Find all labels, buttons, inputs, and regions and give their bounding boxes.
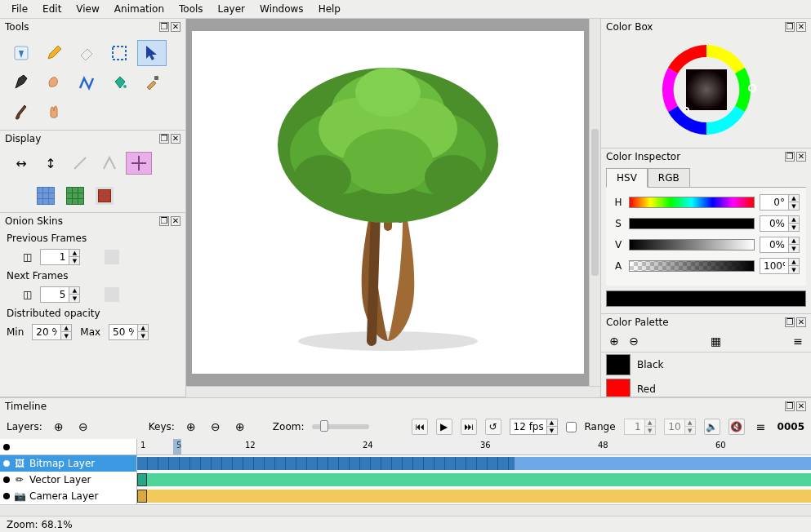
remove-color-button[interactable]: ⊖ [626, 333, 642, 349]
visibility-toggle[interactable] [3, 477, 10, 483]
smudge-tool[interactable] [39, 69, 69, 95]
sat-spinner[interactable]: ▲▼ [760, 215, 800, 232]
range-start-spinner[interactable]: ▲▼ [624, 419, 656, 435]
alpha-spinner[interactable]: ▲▼ [760, 258, 800, 274]
track-vector[interactable] [137, 472, 811, 488]
val-spinner[interactable]: ▲▼ [760, 237, 800, 253]
menu-windows[interactable]: Windows [253, 2, 310, 16]
canvas[interactable] [192, 31, 584, 374]
max-opacity-spinner[interactable]: ▲▼ [109, 324, 149, 340]
close-icon[interactable]: ✕ [796, 152, 806, 162]
timeline-zoom-slider[interactable] [312, 424, 369, 429]
menu-view[interactable]: View [69, 2, 105, 16]
add-key-button[interactable]: ⊕ [183, 419, 199, 435]
canvas-viewport[interactable] [186, 19, 589, 386]
add-layer-button[interactable]: ⊕ [51, 419, 67, 435]
next-color-swatch[interactable] [105, 287, 119, 302]
close-icon[interactable]: ✕ [171, 134, 180, 144]
menu-help[interactable]: Help [312, 2, 347, 16]
hand-tool[interactable] [39, 99, 69, 125]
layer-row-camera[interactable]: 📷 Camera Layer [0, 488, 136, 504]
track-area[interactable]: 1 5 12 24 36 48 60 [137, 439, 811, 504]
polyline-tool[interactable] [72, 69, 101, 95]
pencil-tool[interactable] [39, 40, 69, 66]
visibility-toggle[interactable] [3, 460, 10, 467]
grid-green-button[interactable] [62, 184, 88, 207]
palette-grid-icon[interactable]: ▦ [708, 333, 724, 349]
clear-tool[interactable] [7, 40, 36, 66]
next-frames-spinner[interactable]: ▲▼ [40, 286, 80, 303]
palette-item[interactable]: Black [601, 352, 811, 377]
hue-ring-marker[interactable] [748, 84, 756, 92]
palette-item[interactable]: Red [601, 377, 811, 397]
play-button[interactable]: ▶ [436, 419, 452, 435]
add-color-button[interactable]: ⊕ [606, 333, 622, 349]
menu-file[interactable]: File [5, 2, 34, 16]
safe-frame-button[interactable] [91, 184, 118, 207]
grid-blue-button[interactable] [33, 184, 59, 207]
tab-rgb[interactable]: RGB [648, 168, 690, 188]
detach-icon[interactable]: ❐ [785, 401, 795, 411]
menu-tools[interactable]: Tools [172, 2, 210, 16]
prev-frames-spinner[interactable]: ▲▼ [40, 249, 80, 265]
close-icon[interactable]: ✕ [796, 317, 806, 327]
color-wheel[interactable] [658, 42, 755, 138]
detach-icon[interactable]: ❐ [785, 317, 795, 327]
line-angle-button[interactable] [96, 152, 123, 175]
move-tool[interactable] [137, 40, 167, 66]
bucket-tool[interactable] [105, 69, 134, 95]
flip-horizontal-button[interactable]: ↔ [8, 152, 34, 175]
layer-row-bitmap[interactable]: 🖼 Bitmap Layer [0, 455, 136, 472]
timeline-ruler[interactable]: 1 5 12 24 36 48 60 [137, 439, 811, 455]
sound-button[interactable]: 🔈 [704, 419, 720, 435]
pen-tool[interactable] [7, 69, 36, 95]
val-slider[interactable] [629, 239, 755, 250]
crosshair-button[interactable] [126, 152, 152, 175]
palette-menu-icon[interactable]: ≡ [790, 333, 806, 349]
detach-icon[interactable]: ❐ [159, 22, 169, 32]
timeline-horizontal-scrollbar[interactable] [0, 504, 811, 516]
visibility-toggle[interactable] [3, 493, 10, 499]
hue-slider[interactable] [629, 197, 755, 208]
canvas-vertical-scrollbar[interactable] [589, 19, 600, 386]
play-start-button[interactable]: ⏮ [412, 419, 428, 435]
hue-spinner[interactable]: ▲▼ [760, 194, 800, 211]
duplicate-key-button[interactable]: ⊕ [232, 419, 248, 435]
menu-edit[interactable]: Edit [36, 2, 68, 16]
keyframe[interactable] [137, 473, 147, 486]
close-icon[interactable]: ✕ [171, 22, 180, 32]
close-icon[interactable]: ✕ [171, 216, 180, 226]
alpha-slider[interactable] [629, 260, 755, 272]
detach-icon[interactable]: ❐ [785, 152, 795, 162]
flip-vertical-button[interactable]: ↕ [38, 152, 64, 175]
eyedropper-tool[interactable] [137, 69, 167, 95]
playhead[interactable] [173, 439, 181, 454]
close-icon[interactable]: ✕ [796, 401, 806, 411]
layer-row-vector[interactable]: ✏ Vector Layer [0, 472, 136, 488]
detach-icon[interactable]: ❐ [159, 216, 169, 226]
prev-color-swatch[interactable] [105, 250, 119, 264]
sv-marker[interactable] [683, 107, 689, 113]
timeline-menu-icon[interactable]: ≡ [753, 419, 769, 435]
loop-button[interactable]: ↺ [485, 419, 501, 435]
range-checkbox[interactable] [566, 422, 577, 432]
min-opacity-spinner[interactable]: ▲▼ [32, 324, 72, 340]
menu-layer[interactable]: Layer [212, 2, 252, 16]
menu-animation[interactable]: Animation [108, 2, 171, 16]
onion-next-icon[interactable]: ◫ [23, 289, 32, 300]
onion-prev-icon[interactable]: ◫ [23, 251, 32, 263]
tab-hsv[interactable]: HSV [606, 168, 648, 188]
eraser-tool[interactable] [72, 40, 101, 66]
sat-slider[interactable] [629, 218, 755, 229]
close-icon[interactable]: ✕ [796, 22, 806, 32]
line-thin-button[interactable] [67, 152, 93, 175]
keyframe[interactable] [137, 490, 147, 503]
mute-button[interactable]: 🔇 [729, 419, 745, 435]
remove-layer-button[interactable]: ⊖ [75, 419, 91, 435]
play-end-button[interactable]: ⏭ [461, 419, 477, 435]
fps-spinner[interactable]: ▲▼ [510, 419, 558, 435]
track-camera[interactable] [137, 488, 811, 504]
track-bitmap[interactable] [137, 455, 811, 472]
detach-icon[interactable]: ❐ [159, 134, 169, 144]
marquee-tool[interactable] [105, 40, 134, 66]
